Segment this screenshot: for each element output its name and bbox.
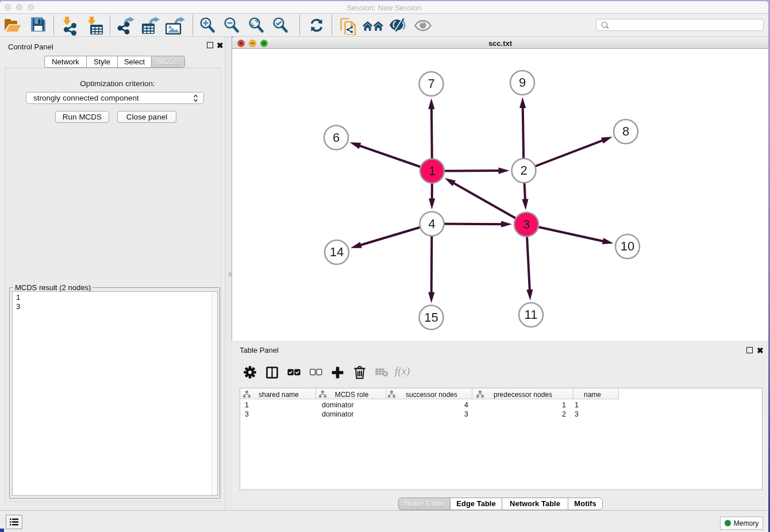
svg-text:11: 11 — [524, 307, 537, 322]
svg-text:2: 2 — [520, 163, 527, 178]
svg-text:9: 9 — [518, 75, 525, 90]
svg-text:14: 14 — [329, 245, 343, 259]
svg-text:15: 15 — [424, 310, 438, 325]
svg-text:7: 7 — [428, 76, 434, 91]
svg-text:10: 10 — [620, 239, 634, 253]
svg-text:1: 1 — [428, 164, 435, 178]
svg-text:8: 8 — [622, 124, 629, 138]
svg-text:3: 3 — [522, 217, 529, 232]
svg-text:6: 6 — [332, 130, 339, 145]
svg-text:4: 4 — [428, 217, 435, 231]
